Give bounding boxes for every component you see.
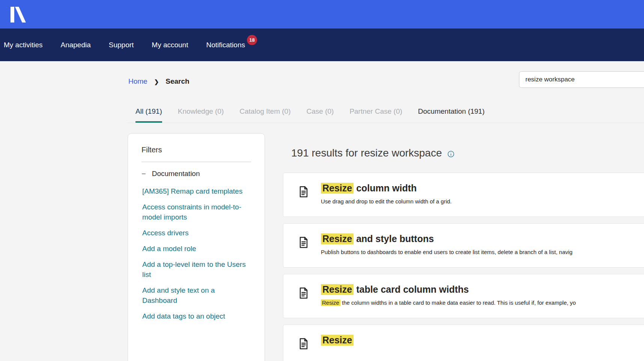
result-title: Resize xyxy=(321,335,644,346)
result-tabs: All (191) Knowledge (0) Catalog Item (0)… xyxy=(128,107,644,123)
result-card[interactable]: Resize and style buttons Publish buttons… xyxy=(283,223,644,268)
collapse-minus-icon[interactable]: − xyxy=(141,170,146,178)
breadcrumb-home-link[interactable]: Home xyxy=(128,77,147,86)
result-title: Resize table card column widths xyxy=(321,284,644,295)
filter-link-access-constraints[interactable]: Access constraints in model-to-model imp… xyxy=(141,202,251,222)
results-header: 191 results for resize workspace xyxy=(291,147,454,159)
nav-my-account[interactable]: My account xyxy=(152,41,188,49)
result-description-rest: Publish buttons to dashboards to enable … xyxy=(321,249,572,255)
filters-panel: Filters − Documentation [AM365] Remap ca… xyxy=(128,133,265,361)
highlighted-term: Resize xyxy=(321,284,354,295)
tab-partner-case[interactable]: Partner Case (0) xyxy=(349,107,402,123)
anaplan-logo-icon xyxy=(10,5,26,23)
result-title: Resize and style buttons xyxy=(321,233,644,244)
nav-notifications[interactable]: Notifications 18 xyxy=(206,41,245,49)
filters-divider xyxy=(141,162,251,162)
tab-knowledge[interactable]: Knowledge (0) xyxy=(178,107,224,123)
notification-count-badge: 18 xyxy=(247,35,257,45)
tab-catalog-item[interactable]: Catalog Item (0) xyxy=(239,107,290,123)
info-icon[interactable] xyxy=(447,150,454,158)
filter-link-access-drivers[interactable]: Access drivers xyxy=(141,228,251,238)
filter-link-add-style-text[interactable]: Add and style text on a Dashboard xyxy=(141,285,251,305)
breadcrumb-current: Search xyxy=(166,77,189,86)
document-icon xyxy=(297,286,310,301)
filters-title: Filters xyxy=(141,146,251,154)
result-title-rest: and style buttons xyxy=(354,233,434,244)
search-input[interactable] xyxy=(519,71,644,88)
highlighted-term: Resize xyxy=(321,299,340,306)
filter-link-remap-card-templates[interactable]: [AM365] Remap card templates xyxy=(141,186,251,196)
nav-anapedia[interactable]: Anapedia xyxy=(60,41,90,49)
result-card[interactable]: Resize table card column widths Resize t… xyxy=(283,274,644,318)
filter-link-add-top-level-item[interactable]: Add a top-level item to the Users list xyxy=(141,259,251,280)
filter-link-add-model-role[interactable]: Add a model role xyxy=(141,244,251,254)
result-card[interactable]: Resize xyxy=(283,325,644,361)
results-header-text: 191 results for resize workspace xyxy=(291,147,442,159)
nav-my-activities[interactable]: My activities xyxy=(4,41,42,49)
tab-case[interactable]: Case (0) xyxy=(307,107,334,123)
result-description: Use drag and drop to edit the column wid… xyxy=(321,198,644,205)
filter-group-documentation: − Documentation xyxy=(141,170,251,178)
highlighted-term: Resize xyxy=(321,233,354,244)
top-banner xyxy=(0,0,644,29)
result-description: Publish buttons to dashboards to enable … xyxy=(321,249,644,255)
tab-documentation[interactable]: Documentation (191) xyxy=(418,107,485,123)
result-title-rest: column width xyxy=(354,183,417,193)
highlighted-term: Resize xyxy=(321,335,354,346)
result-card[interactable]: Resize column width Use drag and drop to… xyxy=(283,173,644,217)
filter-link-add-data-tags[interactable]: Add data tags to an object xyxy=(141,311,251,321)
document-icon xyxy=(297,337,310,352)
breadcrumb: Home ❯ Search xyxy=(128,77,190,86)
nav-support[interactable]: Support xyxy=(109,41,134,49)
result-description-rest: Use drag and drop to edit the column wid… xyxy=(321,198,452,205)
result-description: Resize the column widths in a table card… xyxy=(321,299,644,306)
chevron-right-icon: ❯ xyxy=(154,78,159,85)
document-icon xyxy=(297,236,310,251)
main-nav: My activities Anapedia Support My accoun… xyxy=(0,29,644,61)
results-list: Resize column width Use drag and drop to… xyxy=(283,173,644,361)
anaplan-logo[interactable] xyxy=(10,5,26,23)
tab-all[interactable]: All (191) xyxy=(135,107,162,123)
result-description-rest: the column widths in a table card to mak… xyxy=(340,299,576,306)
result-title-rest: table card column widths xyxy=(354,284,469,295)
nav-notifications-label: Notifications xyxy=(206,41,245,49)
document-icon xyxy=(297,185,310,200)
filter-links: [AM365] Remap card templates Access cons… xyxy=(141,186,251,321)
highlighted-term: Resize xyxy=(321,183,354,194)
result-title: Resize column width xyxy=(321,183,644,194)
filter-group-label: Documentation xyxy=(152,170,200,178)
